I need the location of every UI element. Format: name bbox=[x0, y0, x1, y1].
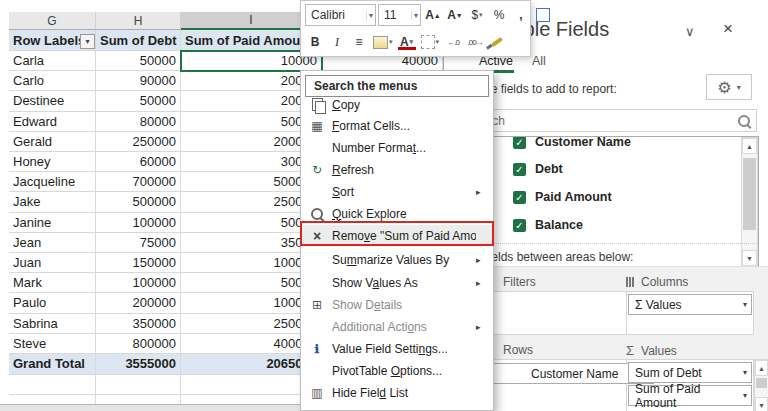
dropdown-icon: ▾ bbox=[737, 83, 741, 92]
scroll-down-icon[interactable]: ▼ bbox=[755, 397, 768, 411]
menu-item-refresh[interactable]: ↻Refresh bbox=[302, 159, 492, 180]
values-field-pill[interactable]: Sum of Paid Amount ▾ bbox=[628, 385, 752, 406]
debt-cell[interactable]: 90000 bbox=[96, 71, 181, 91]
values-field-pill[interactable]: Sum of Debt ▾ bbox=[628, 362, 752, 383]
font-color-button[interactable]: A▾ bbox=[397, 32, 417, 52]
menu-item-show-values-as[interactable]: Show Values As▸ bbox=[302, 272, 492, 293]
cell[interactable] bbox=[96, 375, 181, 395]
tools-gear-button[interactable]: ⚙ ▾ bbox=[706, 74, 752, 100]
menu-item-pivottable-options[interactable]: PivotTable Options... bbox=[302, 360, 492, 381]
increase-decimal-button[interactable]: ←.0 bbox=[443, 32, 463, 52]
dropdown-icon: ▾ bbox=[411, 11, 418, 20]
debt-cell[interactable]: 500000 bbox=[96, 192, 181, 212]
field-item-debt[interactable]: ✓Debt bbox=[513, 160, 563, 178]
checkbox-checked-icon[interactable]: ✓ bbox=[513, 163, 526, 176]
debt-cell[interactable]: 350000 bbox=[96, 314, 181, 334]
submenu-arrow-icon: ▸ bbox=[476, 187, 492, 197]
increase-font-size-button[interactable]: A▲ bbox=[423, 5, 443, 25]
debt-cell[interactable]: 200000 bbox=[96, 293, 181, 313]
debt-cell[interactable]: 100000 bbox=[96, 273, 181, 293]
debt-cell[interactable]: 150000 bbox=[96, 253, 181, 273]
row-label-cell[interactable]: Janine bbox=[9, 213, 96, 233]
row-label-cell[interactable]: Gerald bbox=[9, 132, 96, 152]
values-scrollbar[interactable]: ▲ ▼ bbox=[754, 359, 768, 411]
grand-total-debt[interactable]: 3555000 bbox=[96, 354, 181, 375]
scrollbar-thumb[interactable] bbox=[756, 378, 767, 388]
grand-total-label[interactable]: Grand Total bbox=[9, 354, 96, 375]
sum-of-debt-header[interactable]: Sum of Debt bbox=[96, 30, 181, 51]
decrease-font-size-button[interactable]: A▼ bbox=[445, 5, 465, 25]
table-format-icon[interactable] bbox=[533, 5, 553, 25]
menu-item-summarize-values-by[interactable]: Summarize Values By▸ bbox=[302, 249, 492, 270]
chevron-down-icon[interactable]: ∨ bbox=[685, 24, 695, 39]
format-painter-button[interactable] bbox=[487, 32, 507, 52]
scroll-up-icon[interactable]: ▲ bbox=[742, 138, 757, 154]
debt-cell[interactable]: 50000 bbox=[96, 51, 181, 71]
menu-item-format-cells[interactable]: ▦Format Cells... bbox=[302, 115, 492, 136]
row-label-cell[interactable]: Jean bbox=[9, 233, 96, 253]
row-label-cell[interactable]: Destinee bbox=[9, 91, 96, 111]
row-label-cell[interactable]: Sabrina bbox=[9, 314, 96, 334]
decrease-decimal-button[interactable]: .00→ bbox=[465, 32, 485, 52]
menu-item-sort[interactable]: Sort▸ bbox=[302, 181, 492, 202]
menu-item-additional-actions[interactable]: Additional Actions▸ bbox=[302, 316, 492, 337]
debt-cell[interactable]: 250000 bbox=[96, 132, 181, 152]
close-icon[interactable]: × bbox=[723, 19, 733, 39]
dropdown-icon: ▾ bbox=[743, 368, 747, 377]
values-area-label: Σ Values bbox=[626, 343, 677, 358]
scroll-up-icon[interactable]: ▲ bbox=[755, 360, 768, 376]
menu-item-number-format[interactable]: Number Format... bbox=[302, 137, 492, 158]
row-label-cell[interactable]: Jake bbox=[9, 192, 96, 212]
bold-button[interactable]: B bbox=[305, 32, 325, 52]
field-item-paid-amount[interactable]: ✓Paid Amount bbox=[513, 188, 612, 206]
row-label-cell[interactable]: Steve bbox=[9, 334, 96, 354]
debt-cell[interactable]: 700000 bbox=[96, 172, 181, 192]
columns-field-pill[interactable]: Σ Values ▾ bbox=[628, 294, 752, 315]
fill-color-button[interactable]: ▾ bbox=[371, 32, 395, 52]
row-label-cell[interactable]: Edward bbox=[9, 112, 96, 132]
borders-icon bbox=[421, 35, 435, 49]
scrollbar-thumb[interactable] bbox=[743, 158, 756, 230]
row-label-cell[interactable]: Paulo bbox=[9, 293, 96, 313]
row-label-cell[interactable]: Jacqueline bbox=[9, 172, 96, 192]
row-label-cell[interactable]: Carlo bbox=[9, 71, 96, 91]
fields-list-scrollbar[interactable]: ▲▼ bbox=[741, 137, 758, 267]
row-label-cell[interactable]: Juan bbox=[9, 253, 96, 273]
debt-cell[interactable]: 50000 bbox=[96, 91, 181, 111]
menu-item-show-details[interactable]: ⊞Show Details bbox=[302, 294, 492, 315]
debt-cell[interactable]: 60000 bbox=[96, 152, 181, 172]
menu-item-value-field-settings[interactable]: ℹValue Field Settings... bbox=[302, 338, 492, 359]
center-align-button[interactable]: ≡ bbox=[349, 32, 369, 52]
cell[interactable] bbox=[9, 375, 96, 395]
row-label-cell[interactable]: Carla bbox=[9, 51, 96, 71]
borders-button[interactable]: ▾ bbox=[419, 32, 442, 52]
checkbox-checked-icon[interactable]: ✓ bbox=[513, 219, 526, 232]
quick-explore-icon bbox=[302, 208, 332, 220]
show-details-icon: ⊞ bbox=[302, 298, 332, 312]
column-header-G[interactable]: G bbox=[9, 12, 96, 30]
column-header-H[interactable]: H bbox=[96, 12, 181, 30]
scroll-down-icon[interactable]: ▼ bbox=[742, 250, 757, 266]
font-color-red-bar bbox=[398, 47, 416, 50]
accounting-format-button[interactable]: $▾ bbox=[467, 5, 487, 25]
font-name-combo[interactable]: Calibri ▾ bbox=[305, 4, 376, 26]
italic-button[interactable]: I bbox=[327, 32, 347, 52]
menu-item-copy[interactable]: Copy bbox=[302, 94, 492, 115]
field-item-balance[interactable]: ✓Balance bbox=[513, 216, 583, 234]
percent-style-button[interactable]: % bbox=[489, 5, 509, 25]
row-labels-filter-button[interactable]: ▾ bbox=[80, 34, 95, 49]
font-size-combo[interactable]: 11 ▾ bbox=[378, 4, 421, 26]
comma-style-button[interactable]: , bbox=[511, 5, 531, 25]
row-label-cell[interactable]: Honey bbox=[9, 152, 96, 172]
fields-search-input[interactable]: Search bbox=[456, 109, 757, 132]
field-item-customer-name[interactable]: ✓Customer Name bbox=[513, 136, 631, 151]
checkbox-checked-icon[interactable]: ✓ bbox=[513, 191, 526, 204]
debt-cell[interactable]: 80000 bbox=[96, 112, 181, 132]
menu-item-hide-field-list[interactable]: ▥Hide Field List bbox=[302, 382, 492, 403]
debt-cell[interactable]: 800000 bbox=[96, 334, 181, 354]
row-label-cell[interactable]: Mark bbox=[9, 273, 96, 293]
debt-cell[interactable]: 75000 bbox=[96, 233, 181, 253]
debt-cell[interactable]: 100000 bbox=[96, 213, 181, 233]
checkbox-checked-icon[interactable]: ✓ bbox=[513, 136, 526, 149]
tab-all[interactable]: All bbox=[532, 54, 546, 68]
